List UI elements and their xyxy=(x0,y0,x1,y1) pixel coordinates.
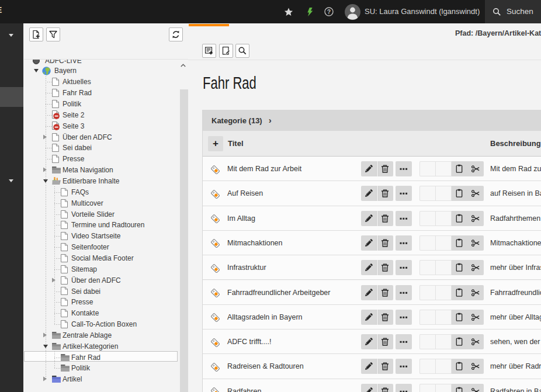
svg-text:?: ? xyxy=(327,8,331,15)
